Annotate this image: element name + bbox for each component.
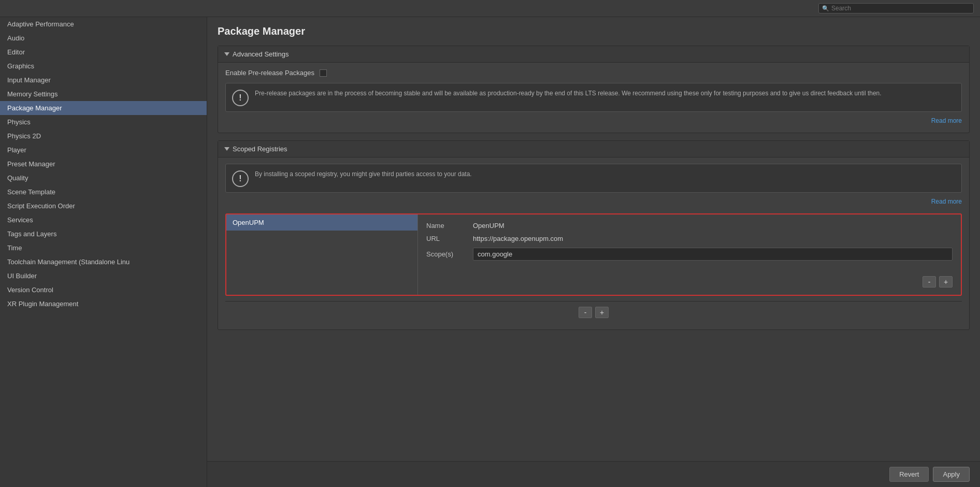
name-label: Name: [426, 222, 473, 230]
content-inner: Package Manager Advanced Settings Enable…: [207, 17, 980, 461]
prerelease-info-box: ! Pre-release packages are in the proces…: [225, 83, 962, 112]
scoped-info-text: By installing a scoped registry, you mig…: [255, 169, 955, 179]
registry-list: OpenUPM: [226, 214, 418, 295]
scope-input[interactable]: [473, 248, 953, 261]
enable-prerelease-checkbox[interactable]: [320, 69, 327, 77]
advanced-settings-section: Advanced Settings Enable Pre-release Pac…: [218, 46, 970, 133]
advanced-settings-body: Enable Pre-release Packages ! Pre-releas…: [218, 63, 969, 133]
scoped-registries-title: Scoped Registries: [233, 145, 287, 153]
sidebar-item-toolchain-management[interactable]: Toolchain Management (Standalone Linu: [0, 255, 207, 269]
add-scope-button[interactable]: +: [939, 276, 953, 288]
sidebar-item-ui-builder[interactable]: UI Builder: [0, 269, 207, 283]
content-area: Package Manager Advanced Settings Enable…: [207, 17, 980, 487]
sidebar-item-editor[interactable]: Editor: [0, 45, 207, 59]
sidebar-item-version-control[interactable]: Version Control: [0, 283, 207, 297]
search-icon: 🔍: [822, 5, 829, 12]
scoped-registries-body: ! By installing a scoped registry, you m…: [218, 157, 969, 330]
info-icon: !: [232, 90, 249, 106]
sidebar-item-player[interactable]: Player: [0, 143, 207, 157]
sidebar-item-physics[interactable]: Physics: [0, 115, 207, 129]
sidebar-item-xr-plugin-management[interactable]: XR Plugin Management: [0, 297, 207, 311]
sidebar-item-graphics[interactable]: Graphics: [0, 59, 207, 73]
url-row: URL https://package.openupm.com: [426, 235, 953, 242]
url-value: https://package.openupm.com: [473, 235, 953, 242]
registry-detail: Name OpenUPM URL https://package.openupm…: [418, 214, 961, 295]
sidebar-item-time[interactable]: Time: [0, 241, 207, 255]
scoped-info-icon: !: [232, 170, 249, 187]
remove-registry-button[interactable]: -: [579, 307, 592, 318]
apply-button[interactable]: Apply: [933, 467, 970, 482]
name-value: OpenUPM: [473, 222, 953, 230]
advanced-settings-title: Advanced Settings: [233, 50, 289, 58]
main-layout: Adaptive PerformanceAudioEditorGraphicsI…: [0, 17, 980, 487]
name-row: Name OpenUPM: [426, 222, 953, 230]
sidebar-item-memory-settings[interactable]: Memory Settings: [0, 87, 207, 101]
scoped-registries-section: Scoped Registries ! By installing a scop…: [218, 140, 970, 330]
url-label: URL: [426, 235, 473, 242]
top-bar: 🔍: [0, 0, 980, 17]
sidebar-item-input-manager[interactable]: Input Manager: [0, 73, 207, 87]
sidebar-item-adaptive-performance[interactable]: Adaptive Performance: [0, 17, 207, 31]
page-title: Package Manager: [218, 25, 970, 37]
sidebar: Adaptive PerformanceAudioEditorGraphicsI…: [0, 17, 207, 487]
registry-container: OpenUPM Name OpenUPM URL https://package…: [225, 213, 962, 296]
scoped-info-box: ! By installing a scoped registry, you m…: [225, 164, 962, 193]
advanced-settings-header[interactable]: Advanced Settings: [218, 46, 969, 63]
prerelease-info-text: Pre-release packages are in the process …: [255, 89, 955, 98]
sidebar-item-preset-manager[interactable]: Preset Manager: [0, 157, 207, 171]
sidebar-item-tags-and-layers[interactable]: Tags and Layers: [0, 227, 207, 241]
sidebar-item-physics-2d[interactable]: Physics 2D: [0, 129, 207, 143]
advanced-read-more-link[interactable]: Read more: [225, 115, 962, 126]
enable-prerelease-label: Enable Pre-release Packages: [225, 69, 314, 77]
footer: Revert Apply: [207, 461, 980, 487]
scope-label: Scope(s): [426, 250, 473, 258]
sidebar-item-scene-template[interactable]: Scene Template: [0, 185, 207, 199]
sidebar-item-script-execution-order[interactable]: Script Execution Order: [0, 199, 207, 213]
registry-list-actions: - +: [225, 301, 962, 323]
sidebar-item-services[interactable]: Services: [0, 213, 207, 227]
collapse-scoped-icon: [224, 147, 229, 151]
add-registry-button[interactable]: +: [595, 307, 609, 318]
remove-scope-button[interactable]: -: [923, 276, 936, 288]
search-input[interactable]: [831, 5, 970, 12]
sidebar-item-quality[interactable]: Quality: [0, 171, 207, 185]
enable-prerelease-row: Enable Pre-release Packages: [225, 69, 962, 77]
registry-item-openupm[interactable]: OpenUPM: [226, 214, 417, 231]
scoped-read-more-link[interactable]: Read more: [225, 196, 962, 207]
collapse-icon: [224, 52, 229, 56]
sidebar-item-audio[interactable]: Audio: [0, 31, 207, 45]
search-box[interactable]: 🔍: [818, 3, 974, 13]
sidebar-item-package-manager[interactable]: Package Manager: [0, 101, 207, 115]
revert-button[interactable]: Revert: [889, 467, 929, 482]
scoped-registries-header[interactable]: Scoped Registries: [218, 141, 969, 157]
scope-row: Scope(s): [426, 248, 953, 261]
